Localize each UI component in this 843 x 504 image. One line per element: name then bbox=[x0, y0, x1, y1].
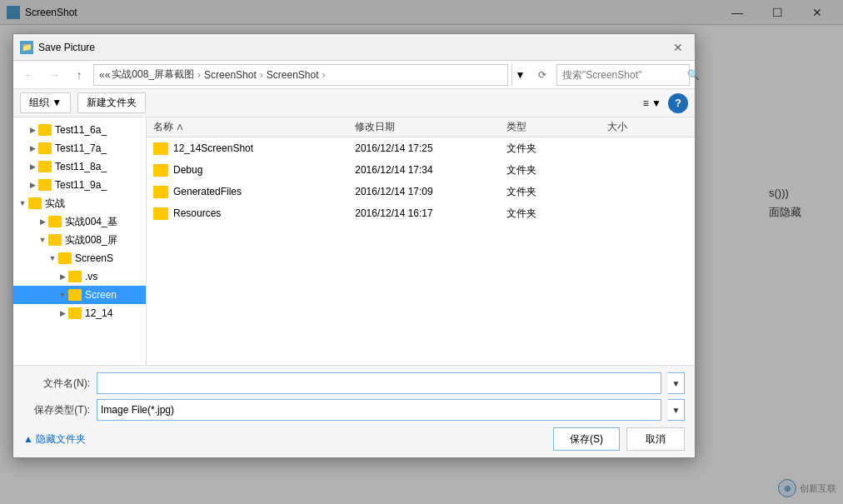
file-row[interactable]: Debug 2016/12/14 17:34 文件夹 bbox=[147, 159, 695, 181]
filetype-label: 保存类型(T): bbox=[23, 403, 90, 417]
expand-icon[interactable]: ▶ bbox=[37, 216, 48, 227]
action-row: ▲ 隐藏文件夹 保存(S) 取消 bbox=[23, 427, 685, 451]
file-row[interactable]: Resources 2016/12/14 16:17 文件夹 bbox=[147, 202, 695, 224]
folder-icon bbox=[153, 164, 168, 177]
dialog-titlebar: 📁 Save Picture ✕ bbox=[13, 34, 695, 61]
dialog-body: ▶ Test11_6a_ ▶ Test11_7a_ ▶ Test11_8a_ ▶ bbox=[13, 117, 695, 365]
file-type-cell: 文件夹 bbox=[506, 185, 607, 199]
file-date-cell: 2016/12/14 17:34 bbox=[355, 164, 506, 176]
folder-icon bbox=[68, 307, 82, 319]
folder-icon bbox=[153, 142, 168, 155]
folder-icon bbox=[38, 179, 52, 191]
new-folder-button[interactable]: 新建文件夹 bbox=[77, 92, 146, 113]
path-dropdown-button[interactable]: ▼ bbox=[511, 64, 528, 86]
forward-button[interactable]: → bbox=[43, 64, 65, 86]
tree-item-screens[interactable]: ▼ ScreenS bbox=[13, 249, 146, 267]
folder-icon bbox=[38, 124, 52, 136]
tree-label: Test11_7a_ bbox=[55, 142, 107, 154]
expand-icon[interactable]: ▶ bbox=[27, 142, 38, 154]
tree-label: Test11_9a_ bbox=[55, 179, 107, 191]
tree-label: Screen bbox=[85, 289, 117, 301]
folder-icon bbox=[153, 186, 168, 198]
breadcrumb-part1: «« bbox=[99, 69, 110, 81]
tree-label: .vs bbox=[85, 271, 97, 282]
filename-row: 文件名(N): ▼ bbox=[23, 372, 685, 394]
address-bar: ← → ↑ «« 实战008_屏幕截图 › ScreenShot › Scree… bbox=[13, 61, 695, 89]
expand-icon[interactable]: ▼ bbox=[17, 197, 28, 209]
tree-label: 实战004_基 bbox=[65, 215, 117, 229]
tree-item-shizhan[interactable]: ▼ 实战 bbox=[13, 194, 146, 212]
breadcrumb-sep1: › bbox=[197, 69, 201, 81]
cancel-button[interactable]: 取消 bbox=[626, 427, 685, 451]
expand-icon[interactable]: ▼ bbox=[37, 234, 48, 246]
save-dialog: 📁 Save Picture ✕ ← → ↑ «« 实战008_屏幕截图 › S… bbox=[12, 33, 696, 458]
tree-label: Test11_6a_ bbox=[55, 124, 107, 136]
tree-item-test11-7a[interactable]: ▶ Test11_7a_ bbox=[13, 139, 146, 157]
filename-dropdown-button[interactable]: ▼ bbox=[668, 372, 685, 394]
breadcrumb-part3: ScreenShot bbox=[204, 69, 257, 81]
file-date-cell: 2016/12/14 16:17 bbox=[355, 207, 506, 219]
file-name-cell: Debug bbox=[153, 164, 355, 177]
expand-icon[interactable]: ▼ bbox=[47, 252, 58, 264]
file-type-cell: 文件夹 bbox=[506, 207, 607, 221]
view-button[interactable]: ≡ ▼ bbox=[643, 97, 661, 109]
tree-item-008[interactable]: ▼ 实战008_屏 bbox=[13, 231, 146, 249]
file-row[interactable]: 12_14ScreenShot 2016/12/14 17:25 文件夹 bbox=[147, 137, 695, 159]
hide-folders-link[interactable]: ▲ 隐藏文件夹 bbox=[23, 432, 86, 447]
action-buttons: 保存(S) 取消 bbox=[553, 427, 685, 451]
col-header-date[interactable]: 修改日期 bbox=[355, 120, 506, 134]
file-row[interactable]: GeneratedFiles 2016/12/14 17:09 文件夹 bbox=[147, 181, 695, 202]
folder-icon bbox=[153, 207, 168, 220]
filename-input[interactable] bbox=[97, 372, 661, 394]
file-name-cell: GeneratedFiles bbox=[153, 186, 355, 198]
search-input[interactable] bbox=[562, 69, 687, 81]
sort-arrow: ∧ bbox=[176, 121, 184, 132]
folder-icon bbox=[68, 271, 82, 282]
expand-icon[interactable]: ▶ bbox=[27, 179, 38, 191]
filename-label: 文件名(N): bbox=[23, 377, 90, 391]
expand-icon[interactable]: ▶ bbox=[27, 161, 38, 172]
save-button[interactable]: 保存(S) bbox=[553, 427, 620, 451]
refresh-button[interactable]: ⟳ bbox=[531, 64, 553, 86]
search-icon: 🔍 bbox=[687, 69, 700, 81]
tree-item-screen-selected[interactable]: ▼ Screen bbox=[13, 286, 146, 304]
breadcrumb-bar[interactable]: «« 实战008_屏幕截图 › ScreenShot › ScreenShot … bbox=[93, 64, 508, 86]
breadcrumb-part2: 实战008_屏幕截图 bbox=[112, 67, 194, 82]
up-button[interactable]: ↑ bbox=[68, 64, 90, 86]
file-name-cell: Resources bbox=[153, 207, 355, 220]
col-header-size[interactable]: 大小 bbox=[607, 120, 688, 134]
filetype-row: 保存类型(T): Image File(*.jpg) ▼ bbox=[23, 399, 685, 421]
breadcrumb-sep3: › bbox=[322, 69, 326, 81]
tree-label: ScreenS bbox=[75, 252, 113, 264]
filetype-select[interactable]: Image File(*.jpg) bbox=[97, 399, 661, 421]
tree-item-test11-8a[interactable]: ▶ Test11_8a_ bbox=[13, 157, 146, 176]
file-type-cell: 文件夹 bbox=[506, 142, 607, 156]
expand-icon[interactable]: ▼ bbox=[57, 289, 68, 301]
tree-label: 12_14 bbox=[85, 307, 112, 319]
tree-label: 实战 bbox=[45, 197, 65, 211]
col-header-name[interactable]: 名称 ∧ bbox=[153, 120, 355, 134]
col-header-type[interactable]: 类型 bbox=[506, 120, 607, 134]
tree-item-test11-6a[interactable]: ▶ Test11_6a_ bbox=[13, 121, 146, 139]
folder-icon bbox=[38, 161, 52, 172]
dialog-close-button[interactable]: ✕ bbox=[668, 39, 688, 56]
expand-icon[interactable]: ▶ bbox=[27, 124, 38, 136]
folder-icon bbox=[48, 234, 62, 246]
file-name-cell: 12_14ScreenShot bbox=[153, 142, 355, 155]
tree-item-vs[interactable]: ▶ .vs bbox=[13, 267, 146, 286]
folder-icon bbox=[38, 142, 52, 154]
organize-button[interactable]: 组织 ▼ bbox=[20, 92, 71, 113]
tree-item-1214[interactable]: ▶ 12_14 bbox=[13, 304, 146, 322]
expand-icon[interactable]: ▶ bbox=[57, 307, 68, 319]
folder-icon bbox=[68, 289, 82, 301]
file-list: 名称 ∧ 修改日期 类型 大小 12_14ScreenShot 2016/12/… bbox=[147, 117, 695, 365]
search-bar[interactable]: 🔍 bbox=[556, 64, 690, 86]
tree-item-test11-9a[interactable]: ▶ Test11_9a_ bbox=[13, 176, 146, 194]
tree-item-004[interactable]: ▶ 实战004_基 bbox=[13, 212, 146, 231]
help-button[interactable]: ? bbox=[668, 93, 688, 113]
folder-icon bbox=[28, 197, 42, 209]
filetype-dropdown-button[interactable]: ▼ bbox=[668, 399, 685, 421]
expand-icon[interactable]: ▶ bbox=[57, 271, 68, 282]
dialog-title: Save Picture bbox=[38, 42, 663, 53]
back-button[interactable]: ← bbox=[18, 64, 40, 86]
